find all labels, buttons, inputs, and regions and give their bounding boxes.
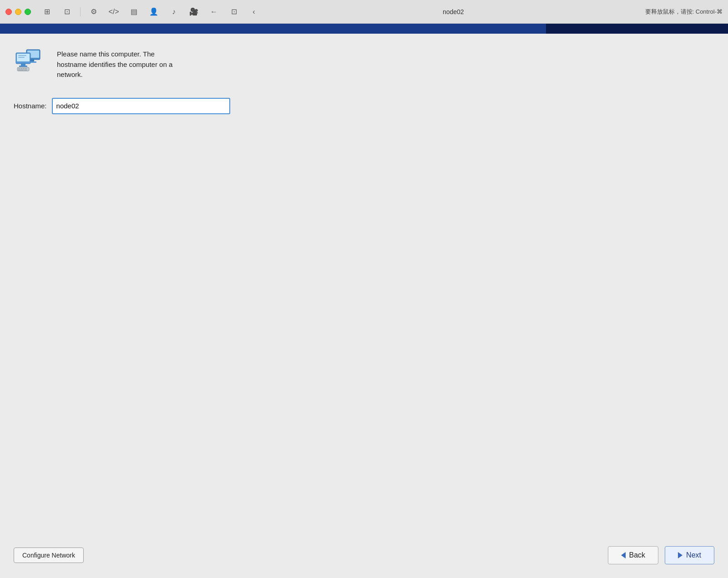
nav-buttons: Back Next: [608, 546, 714, 564]
progress-bar-fill: [0, 24, 546, 34]
top-section: Please name this computer. The hostname …: [14, 47, 714, 80]
minimize-button[interactable]: [15, 9, 21, 15]
titlebar: ⊞ ⊡ ⚙ </> ▤ 👤 ♪ 🎥 ← ⊡ ‹ node02 要释放鼠标，请按:…: [0, 0, 728, 24]
video-button[interactable]: 🎥: [186, 5, 202, 18]
audio-button[interactable]: ♪: [166, 5, 182, 18]
disk-button[interactable]: ▤: [126, 5, 142, 18]
svg-rect-16: [24, 70, 27, 71]
user-button[interactable]: 👤: [146, 5, 162, 18]
sidebar-toggle-button[interactable]: ⊞: [39, 5, 55, 18]
configure-network-button[interactable]: Configure Network: [14, 548, 84, 563]
maximize-button[interactable]: [25, 9, 31, 15]
code-button[interactable]: </>: [106, 5, 121, 18]
screenshot-button[interactable]: ⊡: [59, 5, 75, 18]
hostname-input[interactable]: [52, 98, 230, 114]
svg-rect-12: [20, 68, 22, 69]
titlebar-center: node02: [266, 8, 641, 15]
network-computers-icon: [14, 47, 48, 75]
svg-rect-11: [18, 68, 20, 69]
svg-rect-13: [23, 68, 25, 69]
svg-rect-14: [25, 68, 27, 69]
main-content: Please name this computer. The hostname …: [0, 34, 728, 578]
forward-nav-button[interactable]: ‹: [246, 5, 262, 18]
settings-button[interactable]: ⚙: [86, 5, 101, 18]
svg-rect-15: [18, 70, 24, 71]
display-button[interactable]: ⊡: [226, 5, 242, 18]
hostname-row: Hostname:: [14, 98, 714, 114]
back-arrow-icon: [621, 552, 626, 558]
hostname-label: Hostname:: [14, 102, 47, 110]
traffic-lights: [5, 9, 31, 15]
back-nav-button[interactable]: ←: [206, 5, 222, 18]
description-text: Please name this computer. The hostname …: [57, 47, 172, 80]
svg-rect-7: [18, 57, 25, 58]
svg-rect-9: [19, 66, 27, 67]
close-button[interactable]: [5, 9, 12, 15]
bottom-row: Configure Network Back Next: [14, 542, 714, 569]
next-arrow-icon: [678, 552, 682, 558]
svg-rect-8: [21, 64, 25, 66]
progress-bar-container: [0, 24, 728, 34]
spacer: [14, 114, 714, 542]
toolbar-divider-1: [80, 7, 81, 16]
back-button[interactable]: Back: [608, 546, 659, 564]
svg-rect-6: [18, 55, 26, 56]
next-button[interactable]: Next: [665, 546, 714, 564]
window-title: node02: [443, 8, 464, 15]
titlebar-hint: 要释放鼠标，请按: Control-⌘: [645, 8, 723, 16]
